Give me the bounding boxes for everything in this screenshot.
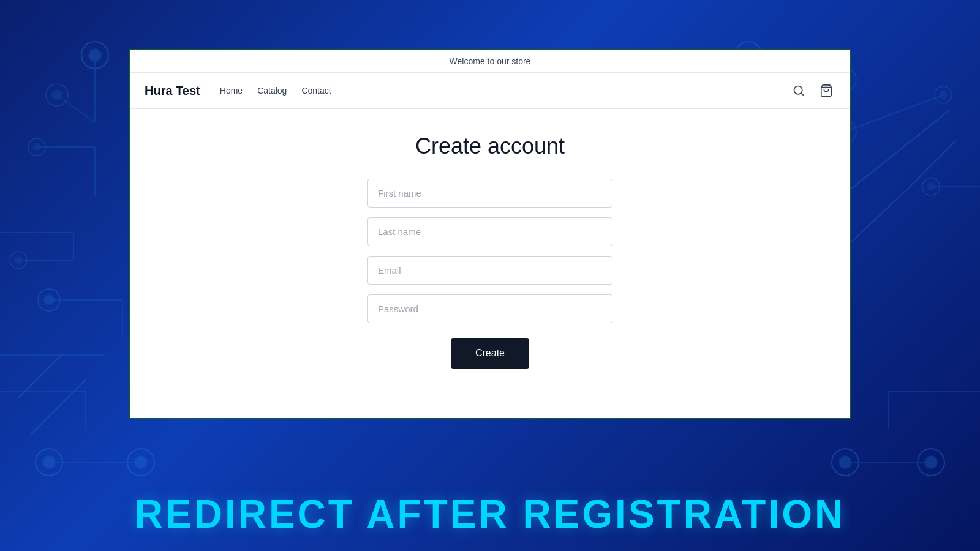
nav-icons [790,81,835,100]
password-input[interactable] [368,294,612,323]
bottom-banner: REDIRECT AFTER REGISTRATION [0,478,980,551]
cart-button[interactable] [817,81,835,100]
nav-brand[interactable]: Hura Test [145,84,200,98]
nav-link-home[interactable]: Home [220,86,243,96]
search-button[interactable] [790,82,807,99]
svg-line-53 [801,93,804,96]
announcement-text: Welcome to our store [450,56,531,66]
bottom-banner-text: REDIRECT AFTER REGISTRATION [135,492,845,537]
email-input[interactable] [368,256,612,285]
nav-bar: Hura Test Home Catalog Contact [130,73,850,109]
svg-line-49 [888,110,949,159]
svg-line-15 [57,95,95,122]
announcement-bar: Welcome to our store [130,50,850,73]
nav-links: Home Catalog Contact [220,86,790,96]
nav-link-catalog[interactable]: Catalog [257,86,287,96]
create-button[interactable]: Create [451,338,529,369]
form-area: Create account Create [130,109,850,418]
create-account-form: Create [368,179,612,369]
main-card: Welcome to our store Hura Test Home Cata… [129,49,851,419]
nav-link-contact[interactable]: Contact [301,86,331,96]
cart-icon [820,84,833,97]
first-name-input[interactable] [368,179,612,208]
form-title: Create account [415,133,565,159]
svg-line-51 [31,380,86,435]
search-icon [793,84,805,97]
last-name-input[interactable] [368,217,612,246]
